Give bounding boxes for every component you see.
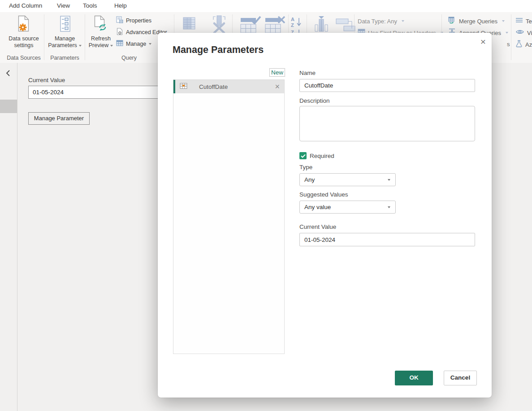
selected-indicator-bar	[173, 80, 175, 93]
split-column-icon	[335, 18, 356, 32]
dialog-current-value-label: Current Value	[299, 223, 336, 230]
combine-files-partial-label: s	[507, 41, 510, 48]
menu-tools[interactable]: Tools	[83, 2, 97, 9]
data-source-settings-button[interactable]: Data source settings	[4, 14, 43, 53]
name-label: Name	[299, 70, 316, 76]
manage-parameters-button[interactable]: Manage Parameters	[45, 14, 84, 53]
selected-query-indicator[interactable]	[0, 100, 17, 113]
chevron-left-icon	[5, 70, 10, 77]
split-column-button[interactable]	[335, 18, 356, 34]
queries-pane-border	[17, 63, 17, 411]
dropdown-caret-icon	[110, 45, 113, 47]
svg-text:A: A	[291, 17, 294, 22]
group-label-data-sources: Data Sources	[4, 55, 43, 61]
data-source-settings-label: Data source settings	[4, 35, 43, 49]
menu-help[interactable]: Help	[114, 2, 127, 9]
azure-ml-button[interactable]: Az	[515, 40, 532, 48]
suggested-values-dropdown[interactable]: Any value	[299, 201, 396, 214]
refresh-preview-button[interactable]: Refresh Preview	[87, 14, 115, 53]
type-dropdown[interactable]: Any	[299, 173, 396, 186]
azure-ml-label: Az	[525, 41, 532, 48]
delete-parameter-icon[interactable]: ×	[275, 82, 280, 92]
dropdown-caret-icon	[79, 45, 82, 47]
dialog-current-value-input[interactable]	[299, 233, 475, 246]
dropdown-caret-icon	[506, 32, 508, 34]
suggested-values-label: Suggested Values	[299, 191, 348, 198]
refresh-preview-icon	[87, 15, 115, 35]
group-by-icon	[313, 15, 330, 32]
dropdown-caret-icon	[388, 206, 390, 208]
choose-columns-button[interactable]	[182, 16, 197, 34]
parameter-list-panel: CutoffDate ×	[173, 79, 285, 354]
merge-queries-icon	[448, 17, 456, 26]
merge-queries-label: Merge Queries	[459, 18, 497, 25]
remove-columns-button[interactable]	[211, 15, 228, 35]
group-label-parameters: Parameters	[45, 55, 84, 61]
dialog-title: Manage Parameters	[173, 44, 264, 56]
suggested-values-value: Any value	[304, 204, 331, 210]
dialog-close-icon[interactable]: ×	[477, 35, 489, 48]
required-checkbox[interactable]	[299, 152, 307, 159]
data-type-button[interactable]: Data Type: Any	[358, 17, 404, 25]
new-parameter-link[interactable]: New	[269, 68, 285, 77]
refresh-preview-label: Refresh Preview	[87, 35, 115, 49]
remove-rows-icon	[264, 16, 286, 35]
collapse-queries-pane-button[interactable]	[5, 70, 10, 79]
vision-button[interactable]: Vis	[515, 29, 532, 37]
manage-parameters-icon	[45, 15, 84, 35]
ribbon-divider	[44, 14, 44, 60]
parameter-name: CutoffDate	[199, 83, 275, 90]
type-label: Type	[299, 164, 312, 171]
canvas-current-value-input[interactable]	[28, 86, 168, 99]
ribbon-divider	[511, 14, 511, 60]
svg-text:Z: Z	[291, 22, 294, 28]
ribbon-divider	[85, 14, 85, 60]
check-icon	[301, 154, 306, 158]
choose-columns-icon	[182, 16, 197, 32]
cancel-button[interactable]: Cancel	[444, 371, 477, 385]
type-value: Any	[304, 176, 315, 183]
menu-add-column[interactable]: Add Column	[9, 2, 42, 9]
vision-label: Vis	[527, 30, 532, 36]
parameter-list-item[interactable]: CutoffDate ×	[173, 80, 284, 93]
menu-view[interactable]: View	[57, 2, 70, 9]
manage-parameters-dialog: × Manage Parameters New CutoffDate × Nam…	[158, 33, 492, 398]
description-label: Description	[299, 97, 330, 104]
advanced-editor-icon	[116, 28, 123, 37]
properties-icon	[116, 16, 123, 25]
dropdown-caret-icon	[502, 20, 505, 22]
dropdown-caret-icon	[402, 20, 404, 22]
manage-parameter-button[interactable]: Manage Parameter	[28, 112, 90, 125]
ok-button[interactable]: OK	[395, 371, 433, 385]
merge-queries-button[interactable]: Merge Queries	[448, 17, 505, 25]
description-textarea[interactable]	[299, 106, 475, 141]
group-by-button[interactable]	[313, 15, 330, 34]
power-query-window: Add Column View Tools Help	[0, 0, 532, 411]
manage-table-icon	[116, 40, 123, 48]
name-input[interactable]	[299, 79, 475, 92]
data-source-settings-icon	[4, 15, 43, 35]
keep-rows-icon	[240, 16, 261, 35]
properties-label: Properties	[126, 17, 151, 24]
text-analytics-icon	[515, 17, 523, 25]
required-label: Required	[310, 153, 334, 159]
manage-parameters-label: Manage Parameters	[45, 35, 84, 49]
properties-button[interactable]: Properties	[116, 17, 167, 25]
text-analytics-button[interactable]: Te	[515, 17, 532, 25]
canvas-current-value-label: Current Value	[28, 77, 65, 83]
dropdown-caret-icon	[149, 43, 151, 45]
dropdown-caret-icon	[388, 179, 390, 181]
manage-label: Manage	[126, 41, 146, 47]
text-analytics-label: Te	[526, 18, 532, 25]
menu-bar: Add Column View Tools Help	[0, 0, 532, 13]
data-type-label: Data Type: Any	[358, 18, 397, 25]
azure-ml-flask-icon	[515, 40, 523, 49]
vision-eye-icon	[515, 29, 524, 37]
remove-columns-icon	[211, 15, 228, 33]
sort-az-icon: A Z	[290, 16, 303, 29]
parameter-table-icon	[180, 83, 187, 91]
